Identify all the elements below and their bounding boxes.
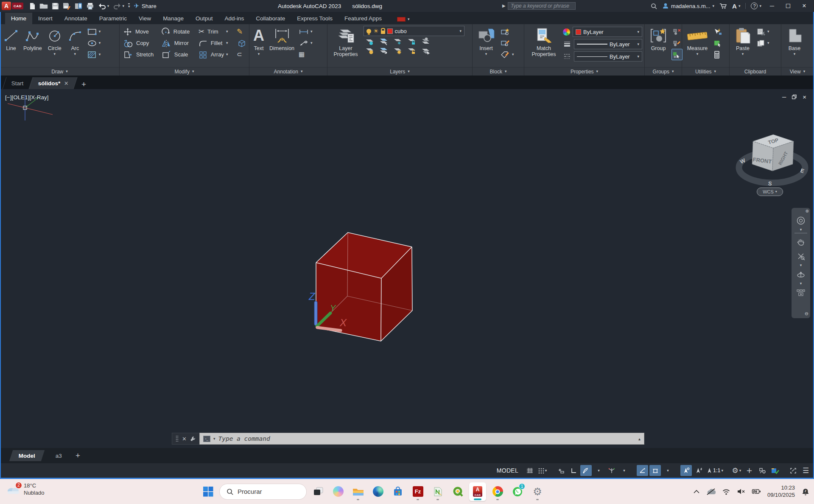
open-file-button[interactable] xyxy=(39,3,48,9)
edit-block-button[interactable] xyxy=(499,37,515,49)
base-button[interactable]: Base ▾ xyxy=(783,26,806,57)
ungroup-button[interactable] xyxy=(671,26,683,37)
layout-tab-a3[interactable]: a3 xyxy=(46,450,71,461)
window-close-button[interactable]: × xyxy=(799,2,810,10)
autocad-taskbar-button[interactable]: ACAD xyxy=(469,482,486,501)
layer-thaw-icon[interactable]: ☀ xyxy=(373,28,379,34)
layout-tab-model[interactable]: Model xyxy=(9,450,45,461)
command-expand-icon[interactable]: ▴ xyxy=(638,437,641,441)
array-dropdown[interactable]: ▾ xyxy=(226,49,235,60)
isometric-drafting-button[interactable] xyxy=(606,465,617,476)
isolate-objects-button[interactable] xyxy=(756,465,768,476)
object-color-dropdown[interactable]: ByLayer ▾ xyxy=(573,27,642,37)
polyline-button[interactable]: Polyline xyxy=(22,26,44,52)
layer-properties-button[interactable]: Layer Properties xyxy=(330,26,362,59)
qat-customize-button[interactable]: ▾ xyxy=(128,3,130,8)
notification-bell-icon[interactable]: Z xyxy=(801,487,810,496)
search-icon[interactable] xyxy=(651,3,657,9)
layer-freeze-icon[interactable] xyxy=(392,37,403,45)
table-button[interactable]: ▦ xyxy=(298,49,313,60)
tab-home[interactable]: Home xyxy=(5,13,32,24)
chrome-button[interactable] xyxy=(489,482,506,501)
command-close-icon[interactable]: ✕ xyxy=(182,436,187,442)
status-bar-menu-button[interactable]: ☰ xyxy=(800,465,811,476)
annotation-scale-button[interactable]: 1:1▾ xyxy=(706,465,724,476)
rectangle-button[interactable]: ▾ xyxy=(86,26,102,37)
undo-button[interactable]: ▾ xyxy=(98,3,109,9)
linetype-icon[interactable] xyxy=(563,53,571,60)
rotate-button[interactable]: Rotate xyxy=(160,26,196,37)
leader-button[interactable]: ▾ xyxy=(298,37,313,49)
autodesk-app-menu[interactable]: A▾ xyxy=(732,3,740,10)
autocad-logo-icon[interactable]: A xyxy=(2,2,11,10)
account-menu[interactable]: madalena.s.m... ▾ xyxy=(662,3,714,9)
new-file-button[interactable] xyxy=(29,3,36,10)
layer-thaw-all-icon[interactable] xyxy=(392,47,403,55)
save-as-button[interactable] xyxy=(63,3,71,10)
create-block-button[interactable] xyxy=(499,26,515,37)
isometric-drafting-dropdown[interactable]: ▾ xyxy=(618,465,630,476)
tab-add-ins[interactable]: Add-ins xyxy=(218,13,250,24)
erase-button[interactable]: ✎ xyxy=(236,26,247,37)
viewcube[interactable]: W S E TOP FRONT RIGHT xyxy=(732,121,812,187)
ellipse-button[interactable]: ▾ xyxy=(86,37,102,49)
trim-dropdown[interactable]: ▾ xyxy=(226,26,235,37)
new-drawing-tab-button[interactable]: + xyxy=(81,80,86,89)
start-button[interactable] xyxy=(199,482,216,501)
group-button[interactable]: Group xyxy=(647,26,670,52)
layer-unisolate-icon[interactable] xyxy=(378,37,389,45)
command-input[interactable]: ›_ ▾ Type a command ▴ xyxy=(199,433,644,445)
tab-manage[interactable]: Manage xyxy=(157,13,190,24)
battery-charging-icon[interactable] xyxy=(752,488,761,495)
model-space-scene[interactable]: Z Y X xyxy=(1,89,813,448)
search-collapse-arrow-icon[interactable]: ▶ xyxy=(502,3,506,8)
zoom-caret[interactable]: ▾ xyxy=(800,263,802,267)
redo-button[interactable]: ▾ xyxy=(113,3,124,9)
offset-button[interactable]: ⊂ xyxy=(236,49,247,60)
tray-expand-chevron-icon[interactable] xyxy=(693,490,700,494)
layer-dropdown[interactable]: ☀ cubo ▾ xyxy=(364,26,464,36)
tab-parametric[interactable]: Parametric xyxy=(93,13,133,24)
taskbar-clock[interactable]: 10:23 09/10/2025 xyxy=(767,484,795,499)
zoom-extents-icon[interactable] xyxy=(797,249,805,263)
save-to-mobile-button[interactable] xyxy=(75,3,82,10)
navigation-wheel-icon[interactable] xyxy=(796,213,806,228)
whatsapp-button[interactable]: 1 xyxy=(509,482,526,501)
polar-tracking-dropdown[interactable]: ▾ xyxy=(593,465,604,476)
file-tab-solidos[interactable]: sólidos*✕ xyxy=(29,77,78,89)
layer-on-icon[interactable] xyxy=(366,29,371,34)
color-wheel-icon[interactable] xyxy=(563,28,570,36)
wifi-icon[interactable] xyxy=(722,488,730,495)
arc-button[interactable]: Arc ▾ xyxy=(66,26,84,57)
lineweight-icon[interactable] xyxy=(563,41,571,48)
stretch-button[interactable]: Stretch xyxy=(122,49,159,60)
ortho-mode-button[interactable] xyxy=(568,465,579,476)
array-button[interactable]: Array xyxy=(197,49,225,60)
copy-clip-button[interactable]: ▾ xyxy=(755,37,770,49)
scale-button[interactable]: Scale xyxy=(160,49,196,60)
linetype-dropdown[interactable]: ByLayer ▾ xyxy=(574,51,642,62)
volume-muted-icon[interactable] xyxy=(737,488,745,495)
annotation-visibility-button[interactable] xyxy=(680,465,692,476)
orbit-icon[interactable] xyxy=(796,267,806,282)
tab-insert[interactable]: Insert xyxy=(32,13,59,24)
panel-label-layers[interactable]: Layers▾ xyxy=(327,67,472,76)
layer-make-current-icon[interactable] xyxy=(420,37,431,45)
tab-output[interactable]: Output xyxy=(190,13,219,24)
object-snap-dropdown[interactable]: ▾ xyxy=(662,465,674,476)
dimension-button[interactable]: Dimension xyxy=(268,26,296,52)
help-menu[interactable]: ?▾ xyxy=(751,3,761,9)
edge-button[interactable] xyxy=(369,482,386,501)
quick-select-button[interactable] xyxy=(712,26,723,37)
layer-unlock-all-icon[interactable] xyxy=(406,47,417,55)
snap-mode-button[interactable]: ▾ xyxy=(537,465,548,476)
filezilla-button[interactable]: Fz xyxy=(409,482,426,501)
object-snap-tracking-button[interactable] xyxy=(637,465,648,476)
file-tab-close-icon[interactable]: ✕ xyxy=(64,80,68,87)
copilot-button[interactable] xyxy=(330,482,347,501)
navbar-close-icon[interactable]: ⊗ xyxy=(806,209,809,213)
viewport-close-button[interactable]: × xyxy=(803,93,806,101)
tab-collaborate[interactable]: Collaborate xyxy=(250,13,291,24)
layer-isolate-icon[interactable] xyxy=(364,37,375,45)
command-drag-handle[interactable] xyxy=(176,435,179,442)
